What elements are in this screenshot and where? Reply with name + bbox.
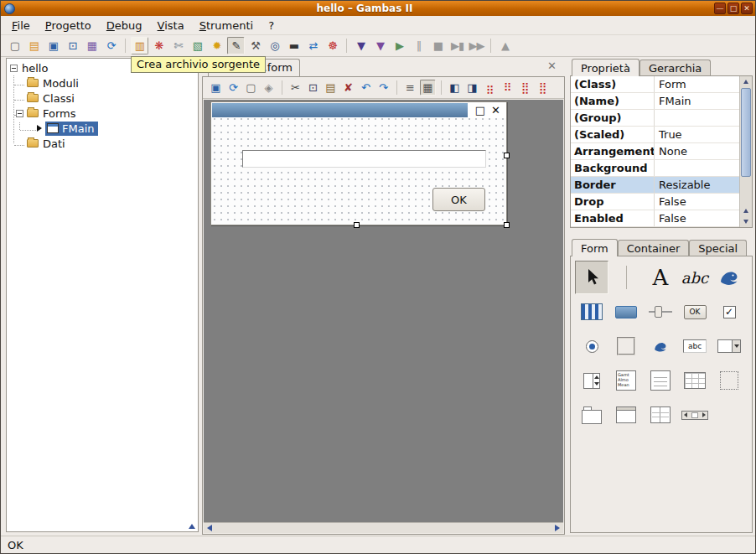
- expander-minus-icon[interactable]: [10, 65, 18, 72]
- cut-icon[interactable]: ✂: [287, 80, 303, 96]
- menu-debug[interactable]: Debug: [99, 18, 150, 34]
- delete-icon[interactable]: ✘: [340, 80, 356, 96]
- close-button[interactable]: ✕: [741, 3, 753, 14]
- menu-strumenti[interactable]: Strumenti: [192, 18, 261, 34]
- scroll-up-arrow[interactable]: [740, 205, 752, 216]
- resize-handle-corner[interactable]: [504, 222, 510, 228]
- toolbox-treeview-tool[interactable]: [712, 364, 746, 397]
- save-icon[interactable]: ▣: [44, 37, 62, 54]
- redo-icon[interactable]: ↷: [375, 80, 391, 96]
- align-right-icon[interactable]: ◨: [464, 80, 480, 96]
- menu-editor-icon[interactable]: ≡: [402, 80, 418, 96]
- toolbox-tabstrip-tool[interactable]: [575, 398, 608, 432]
- lock-icon[interactable]: ◈: [261, 80, 277, 96]
- resize-handle-bottom[interactable]: [354, 222, 360, 228]
- pause-icon[interactable]: ‖: [410, 37, 427, 54]
- tab-proprieta[interactable]: Proprietà: [572, 59, 639, 76]
- step-icon[interactable]: ▶▮: [448, 37, 466, 54]
- new-file-icon[interactable]: ▢: [6, 37, 23, 54]
- toolbox-picturebox-tool[interactable]: [712, 261, 746, 294]
- toolbox-label-tool[interactable]: A: [644, 261, 677, 294]
- toolbox-listbox-tool[interactable]: Gamt Almo Mean: [609, 364, 643, 397]
- compile-icon[interactable]: ▼: [352, 37, 370, 54]
- designed-ok-button[interactable]: OK: [432, 188, 485, 211]
- toolbox-movieplayer-tool[interactable]: [575, 295, 608, 329]
- compile-all-icon[interactable]: ▼: [371, 37, 389, 54]
- view-code-icon[interactable]: ▢: [243, 80, 259, 96]
- toolbox-panel-tool[interactable]: [609, 329, 643, 363]
- property-row-drop[interactable]: Drop False: [571, 194, 752, 210]
- scrollbar-thumb[interactable]: [741, 88, 751, 177]
- form-design-area[interactable]: □ ✕ OK: [204, 100, 563, 522]
- wizard-icon[interactable]: ✹: [208, 37, 225, 54]
- make-source-archive-icon[interactable]: ▥: [131, 37, 148, 54]
- tab-gerarchia[interactable]: Gerarchia: [639, 60, 711, 75]
- tab-form[interactable]: Form: [572, 239, 618, 256]
- tree-item-classi[interactable]: Classi: [7, 91, 198, 106]
- toolbox-checkbox-tool[interactable]: ✓: [712, 295, 746, 329]
- tree-item-forms[interactable]: Forms: [7, 106, 198, 121]
- toolbox-listview-tool[interactable]: [609, 398, 643, 432]
- tree-item-dati[interactable]: Dati: [7, 136, 198, 151]
- designed-textbox[interactable]: [242, 150, 486, 168]
- align-left-icon[interactable]: ◧: [447, 80, 463, 96]
- form-save-icon[interactable]: ▣: [208, 80, 224, 96]
- property-row-arrangement[interactable]: Arrangement None: [571, 143, 752, 160]
- image-editor-icon[interactable]: ▧: [189, 37, 206, 54]
- property-row-scaled[interactable]: (Scaled) True: [571, 127, 752, 143]
- scroll-down-arrow[interactable]: [740, 216, 752, 227]
- cleanup-icon[interactable]: ✄: [169, 37, 187, 54]
- tree-item-moduli[interactable]: Moduli: [7, 75, 198, 91]
- menu-file[interactable]: File: [4, 18, 38, 34]
- toolbox-textlabel-tool[interactable]: abc: [678, 261, 712, 294]
- tab-close-icon[interactable]: ✕: [547, 60, 557, 73]
- toolbox-pointer-tool[interactable]: [575, 261, 608, 294]
- toolbox-slider-tool[interactable]: [644, 295, 677, 329]
- toolbox-scrollbar-tool[interactable]: [678, 398, 712, 432]
- toolbox-textbox-tool[interactable]: abc: [678, 329, 712, 363]
- menu-vista[interactable]: Vista: [150, 18, 192, 34]
- properties-icon[interactable]: ⚒: [246, 37, 264, 54]
- run-icon[interactable]: ▶: [391, 37, 408, 54]
- scroll-up-arrow[interactable]: [740, 76, 752, 87]
- copy-icon[interactable]: ⊡: [305, 80, 321, 96]
- toolbox-columnview-tool[interactable]: [644, 398, 677, 432]
- toolbox-textarea-tool[interactable]: [644, 364, 677, 397]
- property-grid-scrollbar[interactable]: [739, 76, 752, 227]
- form-reload-icon[interactable]: ⟳: [225, 80, 241, 96]
- undo-icon[interactable]: ↶: [358, 80, 374, 96]
- toolbox-radiobutton-tool[interactable]: [575, 329, 608, 363]
- save-all-icon[interactable]: ⊡: [64, 37, 81, 54]
- translate-icon[interactable]: ⇄: [304, 37, 322, 54]
- scroll-left-arrow[interactable]: [207, 525, 212, 531]
- distribute-vertical-icon[interactable]: ⣶: [482, 80, 498, 96]
- same-width-icon[interactable]: ⣿: [517, 80, 533, 96]
- expander-minus-icon[interactable]: [16, 110, 23, 117]
- grid-icon[interactable]: ▦: [420, 80, 436, 96]
- maximize-button[interactable]: □: [728, 3, 739, 14]
- horizontal-scrollbar[interactable]: [204, 522, 563, 533]
- tab-special[interactable]: Special: [689, 240, 747, 256]
- toolbox-progressbar-tool[interactable]: [609, 295, 643, 329]
- print-icon[interactable]: ▦: [83, 37, 101, 54]
- edit-icon[interactable]: ✎: [227, 37, 245, 54]
- minimize-button[interactable]: —: [714, 3, 726, 14]
- finish-icon[interactable]: ▲: [496, 37, 514, 54]
- refresh-icon[interactable]: ⟳: [102, 37, 120, 54]
- tab-container[interactable]: Container: [618, 240, 690, 256]
- resize-handle-right[interactable]: [504, 153, 510, 158]
- scroll-right-arrow[interactable]: [555, 525, 560, 531]
- menu-progetto[interactable]: Progetto: [38, 18, 99, 34]
- property-row-name[interactable]: (Name) FMain: [571, 93, 752, 110]
- forward-icon[interactable]: ▶▶: [468, 37, 485, 54]
- paste-icon[interactable]: ▤: [323, 80, 339, 96]
- same-height-icon[interactable]: ⣿: [535, 80, 551, 96]
- property-row-group[interactable]: (Group): [571, 110, 752, 127]
- toolbox-combobox-tool[interactable]: [712, 329, 746, 363]
- toolbox-button-tool[interactable]: OK: [678, 295, 712, 329]
- property-row-border[interactable]: Border Resizable: [571, 177, 752, 194]
- toolbox-gridview-tool[interactable]: [678, 364, 712, 397]
- property-row-class[interactable]: (Class) Form: [571, 76, 752, 93]
- zoom-icon[interactable]: ◎: [266, 37, 283, 54]
- stop-icon[interactable]: ■: [429, 37, 447, 54]
